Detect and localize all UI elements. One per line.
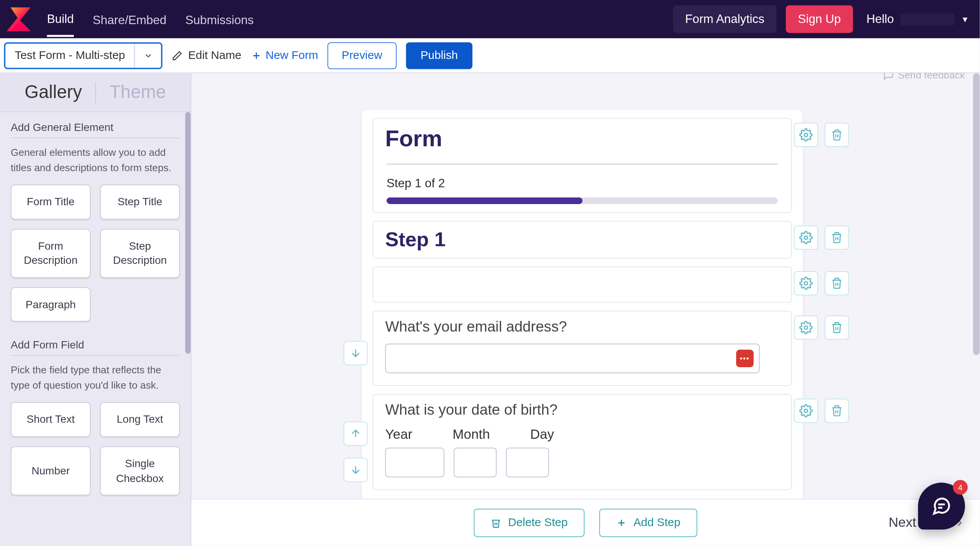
sidebar-scrollbar[interactable] xyxy=(185,112,191,354)
dob-question-label: What is your date of birth? xyxy=(385,401,779,419)
email-input[interactable]: ••• xyxy=(385,344,760,373)
preview-button[interactable]: Preview xyxy=(328,42,397,69)
chat-icon xyxy=(883,73,894,80)
trash-icon xyxy=(831,129,843,141)
form-fields-heading: Add Form Field xyxy=(11,339,180,351)
form-fields-desc: Pick the field type that reflects the ty… xyxy=(11,363,180,393)
svg-point-7 xyxy=(804,409,808,412)
element-form-title[interactable]: Form Title xyxy=(11,185,91,219)
trash-icon xyxy=(831,232,843,244)
step-indicator: Step 1 of 2 xyxy=(387,177,778,191)
chat-icon xyxy=(931,496,952,516)
form-preview-card: Form Step 1 of 2 Step 1 xyxy=(362,110,803,505)
field-long-text[interactable]: Long Text xyxy=(100,402,180,437)
top-nav: Build Share/Embed Submissions Form Analy… xyxy=(0,0,980,38)
nav-tab-build[interactable]: Build xyxy=(47,2,74,37)
settings-button[interactable] xyxy=(794,123,818,147)
arrow-down-icon xyxy=(350,464,362,476)
trash-icon xyxy=(831,277,843,289)
element-gallery-sidebar: Gallery Theme Add General Element Genera… xyxy=(0,73,191,546)
delete-button[interactable] xyxy=(825,271,849,295)
settings-button[interactable] xyxy=(794,226,818,250)
email-field-block[interactable]: What's your email address? ••• xyxy=(372,311,792,386)
new-form-button[interactable]: New Form xyxy=(251,49,318,62)
autofill-badge-icon[interactable]: ••• xyxy=(736,350,753,367)
element-form-description[interactable]: Form Description xyxy=(11,229,91,278)
dob-year-input[interactable] xyxy=(385,448,444,477)
svg-point-2 xyxy=(804,133,808,137)
dob-field-block[interactable]: What is your date of birth? Year Month D… xyxy=(372,394,792,490)
element-step-title[interactable]: Step Title xyxy=(100,185,180,219)
edit-name-label: Edit Name xyxy=(188,49,241,62)
add-step-label: Add Step xyxy=(634,516,681,529)
publish-button[interactable]: Publish xyxy=(406,42,473,69)
delete-step-label: Delete Step xyxy=(508,516,568,529)
field-single-checkbox[interactable]: Single Checkbox xyxy=(100,446,180,495)
settings-button[interactable] xyxy=(794,399,818,423)
element-step-description[interactable]: Step Description xyxy=(100,229,180,278)
general-elements-desc: General elements allow you to add titles… xyxy=(11,145,180,175)
form-analytics-button[interactable]: Form Analytics xyxy=(673,5,776,33)
chevron-down-icon[interactable] xyxy=(134,43,161,67)
user-menu[interactable]: Hello ▼ xyxy=(866,12,969,26)
pencil-icon xyxy=(172,50,183,61)
add-step-button[interactable]: Add Step xyxy=(599,508,697,537)
chat-widget-button[interactable]: 4 xyxy=(918,482,965,530)
sidebar-tab-gallery[interactable]: Gallery xyxy=(11,82,95,103)
gear-icon xyxy=(799,231,813,244)
email-question-label: What's your email address? xyxy=(385,318,779,336)
app-logo[interactable] xyxy=(7,7,31,31)
hello-label: Hello xyxy=(866,12,894,26)
nav-tab-submissions[interactable]: Submissions xyxy=(185,2,254,36)
step-title-text: Step 1 xyxy=(385,228,779,251)
delete-button[interactable] xyxy=(825,226,849,250)
settings-button[interactable] xyxy=(794,271,818,295)
dob-year-label: Year xyxy=(385,427,412,442)
step-toolbar: Delete Step Add Step Next Step xyxy=(191,499,980,546)
delete-button[interactable] xyxy=(825,123,849,147)
svg-point-3 xyxy=(804,236,808,239)
move-down-button[interactable] xyxy=(344,341,368,365)
gear-icon xyxy=(799,321,813,334)
svg-point-4 xyxy=(804,281,808,285)
sidebar-tab-theme[interactable]: Theme xyxy=(96,82,179,103)
move-down-button[interactable] xyxy=(344,458,368,482)
edit-name-button[interactable]: Edit Name xyxy=(172,49,241,62)
delete-button[interactable] xyxy=(825,316,849,340)
form-canvas: Send feedback Form Step 1 of 2 xyxy=(191,73,980,546)
gear-icon xyxy=(799,128,813,142)
step-title-block[interactable]: Step 1 xyxy=(372,221,792,258)
user-name-placeholder xyxy=(901,13,954,25)
plus-icon xyxy=(251,50,261,61)
builder-toolbar: Test Form - Multi-step Edit Name New For… xyxy=(0,38,980,73)
sign-up-button[interactable]: Sign Up xyxy=(786,5,853,33)
nav-tab-share[interactable]: Share/Embed xyxy=(93,2,167,36)
gear-icon xyxy=(799,276,813,290)
empty-element-block[interactable] xyxy=(372,266,792,303)
move-up-button[interactable] xyxy=(344,422,368,446)
dob-day-label: Day xyxy=(530,427,554,442)
new-form-label: New Form xyxy=(266,49,318,62)
chat-badge: 4 xyxy=(953,480,968,495)
form-title-block[interactable]: Form Step 1 of 2 xyxy=(372,118,792,213)
element-paragraph[interactable]: Paragraph xyxy=(11,287,91,322)
form-selector[interactable]: Test Form - Multi-step xyxy=(4,42,163,69)
trash-icon xyxy=(831,322,843,334)
chevron-down-icon: ▼ xyxy=(961,15,969,24)
trash-icon xyxy=(831,405,843,417)
send-feedback-link[interactable]: Send feedback xyxy=(883,73,965,80)
arrow-down-icon xyxy=(350,347,362,359)
delete-step-button[interactable]: Delete Step xyxy=(474,508,585,537)
field-short-text[interactable]: Short Text xyxy=(11,402,91,437)
settings-button[interactable] xyxy=(794,316,818,340)
field-number[interactable]: Number xyxy=(11,446,91,495)
delete-button[interactable] xyxy=(825,399,849,423)
dob-month-input[interactable] xyxy=(454,448,497,477)
trash-icon xyxy=(491,517,501,528)
progress-fill xyxy=(387,197,582,204)
dob-month-label: Month xyxy=(452,427,490,442)
send-feedback-label: Send feedback xyxy=(898,73,965,80)
gear-icon xyxy=(799,404,813,417)
canvas-scrollbar[interactable] xyxy=(973,73,980,355)
dob-day-input[interactable] xyxy=(506,448,549,477)
